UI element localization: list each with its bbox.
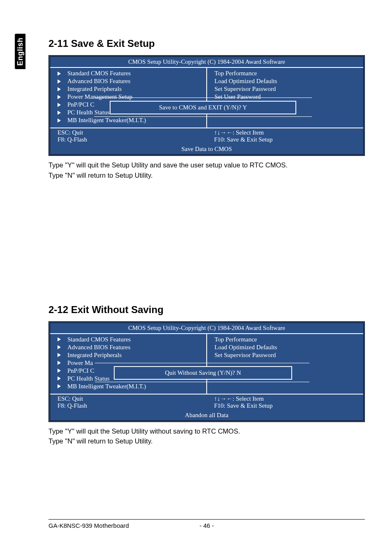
triangle-icon <box>58 72 61 76</box>
triangle-icon <box>58 369 61 373</box>
menu-item[interactable]: Advanced BIOS Features <box>58 343 199 351</box>
menu-item[interactable]: Top Performance <box>214 336 356 343</box>
key-arrows: ↑↓→←: Select Item <box>214 129 356 136</box>
language-tab: English <box>15 34 25 69</box>
menu-label: Load Optimized Defaults <box>214 344 277 351</box>
menu-label: Set Supervisor Password <box>214 86 276 93</box>
instruction-text: Type "Y" will quit the Setup Utility wit… <box>48 426 365 436</box>
menu-label: Integrated Peripherals <box>67 352 122 359</box>
confirm-dialog-nosave[interactable]: Quit Without Saving (Y/N)? N <box>114 366 292 380</box>
bios-right-column: Top Performance Load Optimized Defaults … <box>207 334 363 394</box>
instruction-text: Type "Y" will quit the Setup Utility and… <box>48 160 365 170</box>
menu-item[interactable]: Load Optimized Defaults <box>214 77 356 85</box>
footer-right: ↑↓→←: Select Item F10: Save & Exit Setup <box>207 128 363 144</box>
bios-title: CMOS Setup Utility-Copyright (C) 1984-20… <box>50 323 363 334</box>
menu-label: Set User Password <box>214 93 261 100</box>
triangle-icon <box>58 376 61 381</box>
menu-label: Top Performance <box>214 70 257 77</box>
bios-footer-keys: ESC: Quit F8: Q-Flash ↑↓→←: Select Item … <box>50 128 363 144</box>
triangle-icon <box>58 353 61 357</box>
section-exit-without-saving: 2-12 Exit Without Saving CMOS Setup Util… <box>48 304 365 447</box>
menu-item[interactable]: Power Management Setup <box>58 93 199 101</box>
key-esc: ESC: Quit <box>58 395 199 402</box>
key-f8: F8: Q-Flash <box>58 136 199 143</box>
confirm-dialog-save[interactable]: Save to CMOS and EXIT (Y/N)? Y <box>110 101 296 114</box>
menu-label: Standard CMOS Features <box>67 70 131 77</box>
footer-left: ESC: Quit F8: Q-Flash <box>50 395 207 410</box>
menu-label: PnP/PCI C <box>67 101 94 108</box>
menu-label: Integrated Peripherals <box>67 86 122 93</box>
triangle-icon <box>58 118 61 123</box>
key-f10: F10: Save & Exit Setup <box>214 402 356 409</box>
menu-item[interactable]: Integrated Peripherals <box>58 351 199 359</box>
menu-spacer <box>214 114 356 121</box>
bios-menu-grid: Standard CMOS Features Advanced BIOS Fea… <box>50 334 363 394</box>
footer-page-number: - 46 - <box>199 522 214 529</box>
strike-line <box>94 116 312 117</box>
strike-line <box>94 97 312 98</box>
triangle-icon <box>58 345 61 349</box>
menu-label: Top Performance <box>214 336 257 343</box>
menu-item[interactable]: Integrated Peripherals <box>58 85 199 93</box>
menu-item[interactable]: Set Supervisor Password <box>214 351 356 359</box>
menu-label: MB Intelligent Tweaker(M.I.T.) <box>67 383 146 390</box>
page-content: 2-11 Save & Exit Setup CMOS Setup Utilit… <box>48 38 365 446</box>
triangle-icon <box>58 384 61 388</box>
key-esc: ESC: Quit <box>58 129 199 136</box>
bios-left-column: Standard CMOS Features Advanced BIOS Fea… <box>50 334 207 394</box>
menu-item[interactable]: MB Intelligent Tweaker(M.I.T.) <box>58 383 199 390</box>
menu-label: Advanced BIOS Features <box>67 344 130 351</box>
footer-product: GA-K8NSC-939 Motherboard <box>48 522 129 529</box>
strike-line <box>95 382 309 382</box>
triangle-icon <box>58 361 61 365</box>
bios-footer-hint: Save Data to CMOS <box>50 144 363 154</box>
instruction-text: Type "N" will return to Setup Utility. <box>48 170 365 181</box>
menu-label: Standard CMOS Features <box>67 336 131 343</box>
triangle-icon <box>58 79 61 84</box>
menu-label: PnP/PCI C <box>67 367 94 374</box>
bios-screen-save: CMOS Setup Utility-Copyright (C) 1984-20… <box>48 55 365 156</box>
section-heading-exit-nosave: 2-12 Exit Without Saving <box>48 304 365 316</box>
menu-item[interactable]: Set User Password <box>214 93 356 101</box>
key-f10: F10: Save & Exit Setup <box>214 136 356 143</box>
menu-item[interactable]: Top Performance <box>214 70 356 77</box>
bios-screen-nosave: CMOS Setup Utility-Copyright (C) 1984-20… <box>48 321 365 422</box>
menu-label: Advanced BIOS Features <box>67 78 130 85</box>
menu-spacer <box>214 380 356 388</box>
footer-right: ↑↓→←: Select Item F10: Save & Exit Setup <box>207 395 363 410</box>
menu-label: Set Supervisor Password <box>214 352 276 359</box>
footer-spacer <box>363 522 365 529</box>
language-tab-label: English <box>16 37 25 66</box>
menu-label: Load Optimized Defaults <box>214 78 277 85</box>
strike-line <box>95 363 309 363</box>
key-arrows: ↑↓→←: Select Item <box>214 395 356 402</box>
instruction-text: Type "N" will return to Setup Utility. <box>48 436 365 446</box>
menu-label: Power Ma <box>67 360 93 367</box>
menu-label: PC Health Status <box>67 375 110 382</box>
triangle-icon <box>58 111 61 115</box>
key-f8: F8: Q-Flash <box>58 402 199 409</box>
triangle-icon <box>58 337 61 341</box>
menu-label: PC Health Status <box>67 109 110 116</box>
menu-label: MB Intelligent Tweaker(M.I.T.) <box>67 117 146 124</box>
menu-item[interactable]: Standard CMOS Features <box>58 70 199 77</box>
section-heading-save-exit: 2-11 Save & Exit Setup <box>48 38 365 49</box>
triangle-icon <box>58 103 61 107</box>
bios-footer-keys: ESC: Quit F8: Q-Flash ↑↓→←: Select Item … <box>50 394 363 410</box>
bios-title: CMOS Setup Utility-Copyright (C) 1984-20… <box>50 57 363 68</box>
bios-footer-hint: Abandon all Data <box>50 410 363 420</box>
menu-item[interactable]: Advanced BIOS Features <box>58 77 199 85</box>
menu-item[interactable]: Set Supervisor Password <box>214 85 356 93</box>
page-footer: GA-K8NSC-939 Motherboard - 46 - <box>48 519 365 529</box>
triangle-icon <box>58 95 61 99</box>
menu-label: Power Management Setup <box>67 93 132 100</box>
menu-item[interactable]: Standard CMOS Features <box>58 336 199 343</box>
footer-left: ESC: Quit F8: Q-Flash <box>50 128 207 144</box>
triangle-icon <box>58 87 61 91</box>
menu-item[interactable]: Load Optimized Defaults <box>214 343 356 351</box>
menu-item[interactable]: MB Intelligent Tweaker(M.I.T.) <box>58 116 199 124</box>
